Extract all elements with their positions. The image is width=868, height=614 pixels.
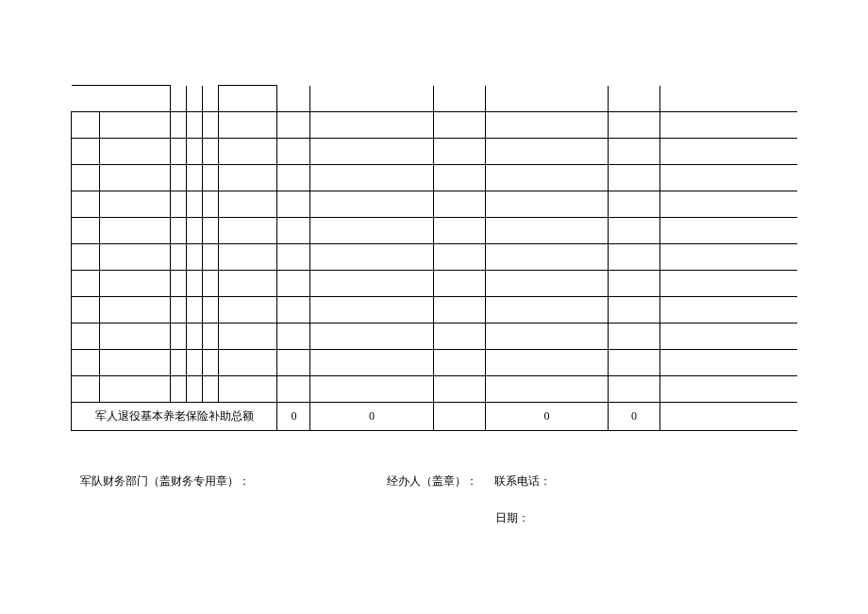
summary-value: 0 bbox=[609, 403, 660, 431]
phone-label: 联系电话： bbox=[494, 473, 551, 490]
document-page: 军人退役基本养老保险补助总额 0 0 0 0 军队财务部门（盖财务专用章）： 经… bbox=[0, 0, 868, 526]
table-row bbox=[72, 86, 798, 112]
handler-stamp-label: 经办人（盖章）： bbox=[387, 473, 477, 490]
summary-value: 0 bbox=[485, 403, 608, 431]
summary-label: 军人退役基本养老保险补助总额 bbox=[72, 403, 277, 431]
dept-stamp-label: 军队财务部门（盖财务专用章）： bbox=[80, 473, 250, 490]
date-label: 日期： bbox=[495, 511, 529, 524]
summary-row: 军人退役基本养老保险补助总额 0 0 0 0 bbox=[72, 403, 798, 431]
table-row bbox=[72, 191, 798, 218]
summary-value: 0 bbox=[277, 403, 310, 431]
table-row bbox=[72, 271, 798, 297]
summary-value: 0 bbox=[310, 403, 433, 431]
insurance-table: 军人退役基本养老保险补助总额 0 0 0 0 bbox=[71, 85, 797, 431]
table-row bbox=[72, 112, 798, 139]
footer: 军队财务部门（盖财务专用章）： 经办人（盖章）： 联系电话： 日期： bbox=[71, 473, 797, 526]
table-row bbox=[72, 297, 798, 324]
summary-value bbox=[660, 403, 797, 431]
table-row bbox=[72, 139, 798, 165]
table-row bbox=[72, 376, 798, 403]
table-row bbox=[72, 244, 798, 271]
table-row bbox=[72, 165, 798, 191]
table-row bbox=[72, 350, 798, 376]
table-row bbox=[72, 324, 798, 350]
table-row bbox=[72, 218, 798, 244]
